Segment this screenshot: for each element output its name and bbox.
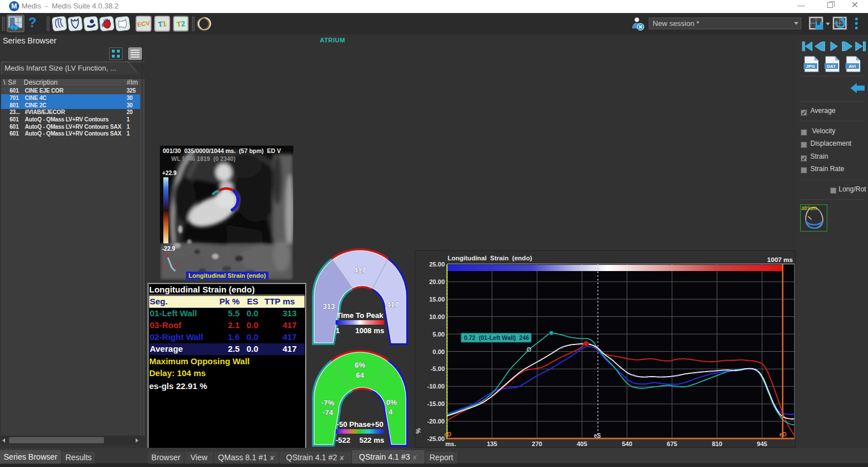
svg-text:0.72 (01-Left Wall) 246: 0.72 (01-Left Wall) 246 [464, 334, 529, 341]
svg-text:AVI: AVI [849, 64, 856, 69]
svg-text:810: 810 [712, 440, 722, 447]
svg-text:15.00: 15.00 [429, 296, 445, 303]
svg-text:4: 4 [388, 408, 393, 416]
svg-text:-50 Phase+50: -50 Phase+50 [337, 420, 384, 429]
svg-text:417: 417 [387, 300, 399, 309]
svg-text:5.00: 5.00 [433, 331, 445, 338]
svg-text:1008 ms: 1008 ms [355, 326, 384, 335]
svg-text:ms.: ms. [445, 440, 456, 447]
svg-text:0%: 0% [387, 398, 397, 407]
svg-text:270: 270 [532, 440, 542, 447]
svg-text:25.00: 25.00 [429, 261, 445, 268]
svg-text:135: 135 [487, 440, 497, 447]
svg-text:20.00: 20.00 [429, 278, 445, 285]
svg-text:-5.00: -5.00 [431, 365, 445, 372]
svg-text:1007 ms: 1007 ms [767, 256, 793, 263]
svg-text:T2: T2 [176, 19, 186, 29]
svg-text:945: 945 [757, 440, 767, 447]
svg-text:405: 405 [577, 440, 587, 447]
svg-text:540: 540 [622, 440, 632, 447]
svg-text:-10.00: -10.00 [427, 383, 445, 390]
svg-text:417: 417 [354, 266, 366, 274]
svg-text:-20.00: -20.00 [427, 418, 445, 425]
svg-text:eD: eD [779, 431, 787, 438]
svg-text:-15.00: -15.00 [427, 400, 445, 407]
svg-text:-22.9: -22.9 [162, 246, 175, 252]
svg-text:eS: eS [594, 433, 601, 439]
svg-text:64: 64 [356, 371, 364, 379]
svg-text:T1: T1 [158, 19, 167, 29]
svg-text:-74: -74 [323, 408, 334, 417]
svg-text:eD: eD [444, 431, 452, 438]
svg-text:-522: -522 [336, 436, 350, 444]
svg-text:%: % [415, 428, 422, 434]
svg-text:10.00: 10.00 [429, 313, 445, 320]
svg-text:DAT: DAT [827, 64, 836, 69]
svg-text:-25.00: -25.00 [427, 435, 445, 442]
svg-text:Time To Peak: Time To Peak [337, 311, 384, 320]
svg-text:+22.9: +22.9 [162, 170, 177, 176]
svg-text:675: 675 [667, 440, 677, 447]
svg-text:0.00: 0.00 [433, 348, 445, 355]
svg-text:JPG: JPG [806, 64, 815, 69]
svg-text:001/30 035/0000/1044 ms. (57: 001/30 035/0000/1044 ms. (57 bpm) ED V [163, 147, 281, 154]
svg-text:Longitudinal Strain (endo): Longitudinal Strain (endo) [448, 255, 532, 261]
svg-text:Longitudinal Strain (endo): Longitudinal Strain (endo) [189, 272, 266, 279]
svg-text:313: 313 [323, 302, 335, 311]
svg-text:-7%: -7% [321, 399, 335, 407]
svg-text:522 ms: 522 ms [359, 436, 384, 444]
svg-text:6%: 6% [355, 361, 366, 369]
svg-text:1: 1 [336, 326, 340, 335]
svg-text:WL 1046 1819 (0 2340): WL 1046 1819 (0 2340) [171, 155, 236, 162]
